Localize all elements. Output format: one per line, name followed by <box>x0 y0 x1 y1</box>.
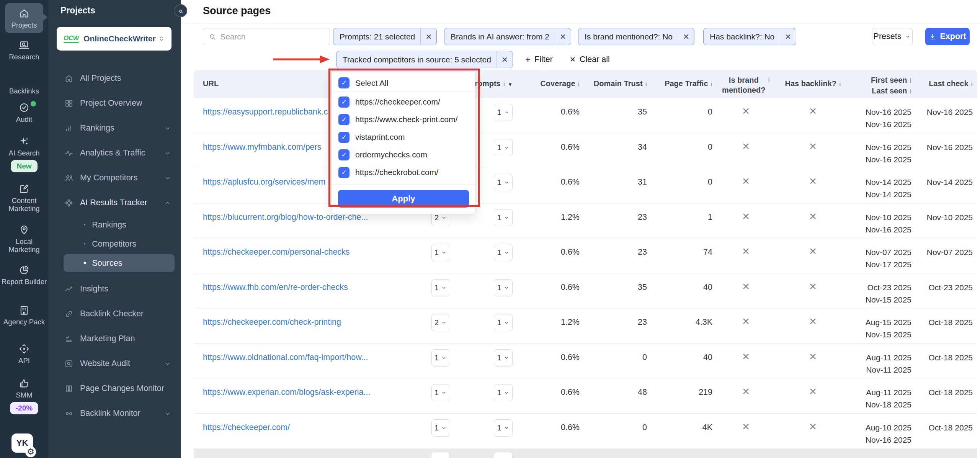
source-url-link[interactable]: https://www.oldnational.com/faq-import/h… <box>203 353 368 362</box>
sidebar-item-page-changes-monitor[interactable]: Page Changes Monitor <box>48 376 181 401</box>
rail-badge-ai-search[interactable]: New <box>11 160 37 172</box>
count-dropdown[interactable]: 1 <box>494 104 513 121</box>
rail-item-smm[interactable]: SMM-20% <box>0 378 48 414</box>
count-dropdown[interactable]: 1 <box>431 349 450 366</box>
column-header-brand_mentioned[interactable]: Is brandmentioned?i <box>712 70 779 98</box>
competitor-option[interactable]: ✓https://www.check-print.com/ <box>332 111 475 128</box>
remove-filter-icon[interactable]: ✕ <box>420 28 436 45</box>
count-dropdown[interactable]: 1 <box>431 419 450 437</box>
count-dropdown[interactable]: 1 <box>494 244 513 261</box>
rail-badge-smm[interactable]: -20% <box>10 402 38 414</box>
checkbox-checked[interactable]: ✓ <box>338 132 350 143</box>
count-dropdown[interactable]: 1 <box>494 314 513 331</box>
sidebar-item-backlink-checker[interactable]: Backlink Checker <box>48 301 181 326</box>
sidebar-item-marketing-plan[interactable]: Marketing Plan <box>48 326 181 351</box>
rail-item-backlinks[interactable]: Backlinks <box>0 85 48 95</box>
project-switcher[interactable]: OCW OnlineCheckWriter <box>57 27 172 51</box>
checkbox-checked[interactable]: ✓ <box>338 77 350 88</box>
search-box[interactable] <box>203 28 330 45</box>
select-all-option[interactable]: ✓ Select All <box>332 75 475 92</box>
competitor-option[interactable]: ✓vistaprint.com <box>332 128 475 146</box>
sidebar-item-my-competitors[interactable]: My Competitors <box>48 165 181 190</box>
count-dropdown[interactable]: 1 <box>431 384 450 401</box>
presets-button[interactable]: Presets <box>872 28 913 45</box>
source-url-link[interactable]: https://checkeeper.com/personal-checks <box>203 247 350 257</box>
checkbox-checked[interactable]: ✓ <box>338 167 350 178</box>
info-icon[interactable]: i <box>503 81 505 87</box>
checkbox-checked[interactable]: ✓ <box>338 97 350 108</box>
chevron-down-icon <box>504 215 510 221</box>
remove-filter-icon[interactable]: ✕ <box>497 51 513 68</box>
count-dropdown[interactable]: 1 <box>494 279 513 296</box>
filter-chip[interactable]: Brands in AI answer: from 2✕ <box>444 28 571 45</box>
cross-icon: ✕ <box>742 281 750 292</box>
count-dropdown[interactable]: 1 <box>494 419 513 437</box>
rail-item-agency-pack[interactable]: Agency Pack <box>0 304 48 326</box>
count-dropdown[interactable]: 2 <box>431 314 450 331</box>
sidebar-item-website-audit[interactable]: Website Audit <box>48 351 181 376</box>
count-dropdown[interactable]: 1 <box>494 384 513 401</box>
sidebar-item-rankings[interactable]: Rankings <box>48 116 181 141</box>
rail-item-ai-search[interactable]: AI SearchNew <box>0 136 48 172</box>
remove-filter-icon[interactable]: ✕ <box>678 28 694 45</box>
competitor-option[interactable]: ✓https://checkrobot.com/ <box>332 164 475 181</box>
filter-chip-tracked-competitors[interactable]: Tracked competitors in source: 5 selecte… <box>336 51 513 68</box>
sort-desc-icon[interactable]: ▼ <box>508 82 513 87</box>
rail-item-api[interactable]: API <box>0 343 48 365</box>
count-dropdown[interactable]: 1 <box>494 349 513 366</box>
rail-item-content-marketing[interactable]: Content Marketing <box>0 183 48 213</box>
column-header-domain_trust[interactable]: Domain Trusti <box>580 70 647 98</box>
source-url-link[interactable]: https://aplusfcu.org/services/mem <box>203 177 325 186</box>
source-url-link[interactable]: https://easysupport.republicbank.c <box>203 107 328 116</box>
sidebar-item-ai-results-tracker[interactable]: AI Results Tracker <box>48 190 181 215</box>
sidebar-collapse-button[interactable]: « <box>174 4 187 17</box>
remove-filter-icon[interactable]: ✕ <box>555 28 571 45</box>
info-icon[interactable]: i <box>768 77 769 98</box>
competitor-option[interactable]: ✓ordermychecks.com <box>332 146 475 164</box>
count-dropdown[interactable]: 1 <box>431 279 450 296</box>
checkbox-checked[interactable]: ✓ <box>338 114 350 125</box>
checkbox-checked[interactable]: ✓ <box>338 149 350 160</box>
rail-item-research[interactable]: Research <box>0 39 48 61</box>
remove-filter-icon[interactable]: ✕ <box>780 28 796 45</box>
count-dropdown[interactable]: 1 <box>431 244 450 261</box>
filter-chip[interactable]: Prompts: 21 selected✕ <box>333 28 437 45</box>
rail-item-local-marketing[interactable]: Local Marketing <box>0 224 48 254</box>
column-header-has_backlink[interactable]: Has backlink?i <box>779 70 846 98</box>
source-url-link[interactable]: https://www.experian.com/blogs/ask-exper… <box>203 388 370 397</box>
sidebar-item-ai-sources[interactable]: •Sources <box>48 254 181 273</box>
source-url-link[interactable]: https://www.myfmbank.com/pers <box>203 142 321 152</box>
column-header-coverage[interactable]: Coveragei <box>513 70 580 98</box>
competitor-option[interactable]: ✓https://checkeeper.com/ <box>332 93 475 111</box>
count-dropdown[interactable]: 1 <box>494 139 513 156</box>
rail-item-report-builder[interactable]: Report Builder <box>0 264 48 286</box>
sidebar-item-ai-competitors[interactable]: ·Competitors <box>48 234 181 254</box>
count-dropdown[interactable]: 1 <box>494 174 513 191</box>
rail-item-projects[interactable]: Projects <box>0 3 48 33</box>
filter-chip[interactable]: Has backlink?: No✕ <box>703 28 796 45</box>
source-url-link[interactable]: https://checkeeper.com/ <box>203 423 290 432</box>
apply-button[interactable]: Apply <box>338 190 469 208</box>
column-header-last_check[interactable]: Last checki <box>911 70 973 98</box>
export-button[interactable]: Export <box>925 28 970 45</box>
sidebar-item-analytics-traffic[interactable]: Analytics & Traffic <box>48 141 181 165</box>
column-header-page_traffic[interactable]: Page Traffici <box>647 70 712 98</box>
add-filter-button[interactable]: + Filter <box>525 51 553 68</box>
clear-all-button[interactable]: ✕ Clear all <box>570 51 610 68</box>
source-url-link[interactable]: https://checkeeper.com/check-printing <box>203 317 341 327</box>
search-input[interactable] <box>220 32 330 41</box>
count-dropdown[interactable]: 1 <box>494 209 513 226</box>
rail-item-audit[interactable]: Audit <box>0 102 48 123</box>
filter-chip[interactable]: Is brand mentioned?: No✕ <box>578 28 694 45</box>
gear-icon[interactable]: ⚙ <box>25 447 36 457</box>
sidebar-item-project-overview[interactable]: Project Overview <box>48 91 181 116</box>
home-icon <box>5 8 43 19</box>
info-icon[interactable]: i <box>971 81 973 87</box>
sidebar-item-insights[interactable]: Insights <box>48 276 181 301</box>
sidebar-item-ai-rankings[interactable]: ·Rankings <box>48 215 181 234</box>
sidebar-item-backlink-monitor[interactable]: Backlink Monitor <box>48 401 181 426</box>
column-header-seen[interactable]: First seeniLast seeni <box>846 70 911 98</box>
info-icon[interactable]: i <box>839 81 841 87</box>
sidebar-item-all-projects[interactable]: All Projects <box>48 66 181 91</box>
source-url-link[interactable]: https://www.fhb.com/en/re-order-checks <box>203 283 348 292</box>
